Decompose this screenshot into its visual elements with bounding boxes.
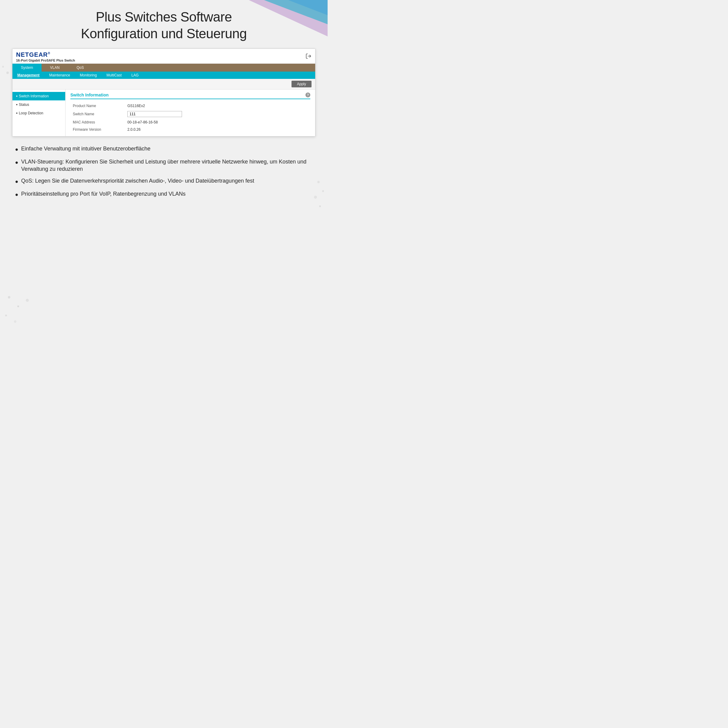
bullet-dot: • — [15, 191, 18, 199]
field-label-firmware: Firmware Version — [70, 126, 125, 133]
bullet-icon: • — [16, 111, 18, 116]
bullet-item-3: • QoS: Legen Sie die Datenverkehrspriori… — [15, 177, 312, 186]
bullet-text-3: QoS: Legen Sie die Datenverkehrsprioritä… — [21, 177, 254, 184]
field-value-product-name: GS116Ev2 — [125, 102, 310, 110]
nav-monitoring[interactable]: Monitoring — [75, 72, 102, 79]
nav-qos[interactable]: QoS — [68, 64, 92, 72]
field-value-switch-name — [125, 110, 310, 119]
table-row: Switch Name — [70, 110, 310, 119]
app-header: NETGEAR® 16-Port Gigabit ProSAFE Plus Sw… — [12, 49, 315, 64]
bullet-text-1: Einfache Verwaltung mit intuitiver Benut… — [21, 145, 150, 152]
bullet-item-4: • Prioritätseinstellung pro Port für VoI… — [15, 190, 312, 199]
bullets-section: • Einfache Verwaltung mit intuitiver Ben… — [12, 145, 315, 203]
bullet-dot: • — [15, 145, 18, 154]
page-title: Plus Switches Software Konfiguration und… — [81, 9, 247, 42]
title-section: Plus Switches Software Konfiguration und… — [81, 9, 247, 42]
bullet-dot: • — [15, 177, 18, 186]
bullet-item-2: • VLAN-Steuerung: Konfigurieren Sie Sich… — [15, 158, 312, 173]
bullet-dot: • — [15, 158, 18, 167]
sidebar-item-loop-detection[interactable]: • Loop Detection — [12, 109, 65, 118]
logout-button[interactable] — [306, 53, 312, 60]
help-icon[interactable]: ? — [306, 93, 310, 97]
nav-system[interactable]: System — [12, 64, 41, 72]
nav-lag[interactable]: LAG — [127, 72, 144, 79]
bullet-text-2: VLAN-Steuerung: Konfigurieren Sie Sicher… — [21, 158, 312, 173]
field-label-product-name: Product Name — [70, 102, 125, 110]
sidebar-item-status[interactable]: • Status — [12, 100, 65, 109]
secondary-nav: Management Maintenance Monitoring MultiC… — [12, 72, 315, 79]
nav-multicast[interactable]: MultiCast — [102, 72, 127, 79]
bullet-icon: • — [16, 102, 18, 107]
info-panel-title: Switch Information ? — [70, 93, 310, 99]
bullet-text-4: Prioritätseinstellung pro Port für VoIP,… — [21, 190, 186, 197]
field-value-mac-address: 00-18-e7-86-16-58 — [125, 119, 310, 126]
nav-maintenance[interactable]: Maintenance — [44, 72, 75, 79]
screenshot-panel: NETGEAR® 16-Port Gigabit ProSAFE Plus Sw… — [12, 49, 315, 136]
nav-vlan[interactable]: VLAN — [41, 64, 68, 72]
table-row: Firmware Version 2.0.0.26 — [70, 126, 310, 133]
field-value-firmware: 2.0.0.26 — [125, 126, 310, 133]
bullet-item-1: • Einfache Verwaltung mit intuitiver Ben… — [15, 145, 312, 154]
field-label-switch-name: Switch Name — [70, 110, 125, 119]
apply-button[interactable]: Apply — [292, 81, 312, 87]
sidebar-item-switch-information[interactable]: • Switch Information — [12, 92, 65, 100]
info-table: Product Name GS116Ev2 Switch Name MAC Ad… — [70, 102, 310, 133]
primary-nav: System VLAN QoS — [12, 64, 315, 72]
main-content: • Switch Information • Status • Loop Det… — [12, 89, 315, 136]
field-label-mac-address: MAC Address — [70, 119, 125, 126]
switch-name-input[interactable] — [127, 111, 182, 117]
device-subtitle: 16-Port Gigabit ProSAFE Plus Switch — [16, 58, 75, 62]
table-row: Product Name GS116Ev2 — [70, 102, 310, 110]
bullet-icon: • — [16, 94, 18, 99]
apply-row: Apply — [12, 79, 315, 89]
table-row: MAC Address 00-18-e7-86-16-58 — [70, 119, 310, 126]
sidebar: • Switch Information • Status • Loop Det… — [12, 89, 66, 136]
info-panel: Switch Information ? Product Name GS116E… — [66, 89, 315, 136]
nav-management[interactable]: Management — [12, 72, 44, 79]
brand-name: NETGEAR® — [16, 51, 75, 58]
netgear-logo: NETGEAR® 16-Port Gigabit ProSAFE Plus Sw… — [16, 51, 75, 62]
